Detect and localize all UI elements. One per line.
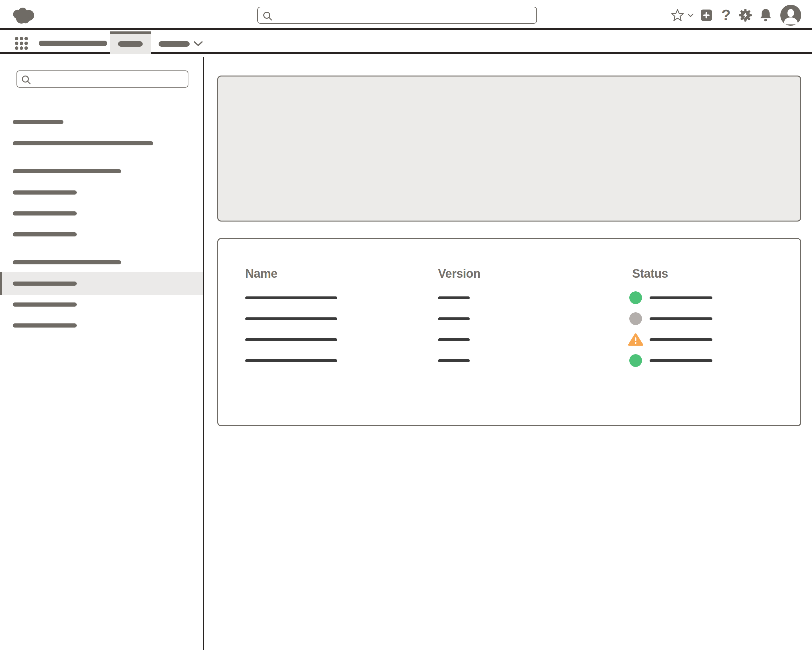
global-search bbox=[257, 7, 537, 24]
search-icon bbox=[262, 11, 273, 21]
favorites-menu-button[interactable] bbox=[685, 0, 696, 30]
sidebar-selected-accent bbox=[0, 272, 2, 295]
plus-square-icon bbox=[701, 9, 713, 21]
sidebar-item[interactable] bbox=[13, 281, 77, 286]
tab-selected[interactable] bbox=[110, 32, 151, 54]
app-header: ? bbox=[0, 0, 812, 30]
header-actions: ? bbox=[670, 0, 801, 30]
gear-icon bbox=[739, 9, 752, 22]
sidebar-group-header bbox=[13, 120, 63, 124]
tab-bar bbox=[0, 32, 812, 54]
success-status-icon bbox=[629, 354, 642, 367]
app-launcher-button[interactable] bbox=[15, 37, 28, 50]
waffle-icon bbox=[24, 37, 28, 40]
tab-active-accent bbox=[110, 31, 151, 34]
sidebar-item[interactable] bbox=[13, 211, 77, 216]
cloud-logo-icon bbox=[11, 3, 37, 25]
chevron-down-icon bbox=[194, 41, 203, 47]
waffle-icon bbox=[20, 37, 23, 40]
sidebar-item[interactable] bbox=[13, 190, 77, 194]
setup-sidebar bbox=[0, 57, 204, 650]
warning-icon bbox=[628, 333, 643, 347]
table-row[interactable] bbox=[218, 329, 800, 350]
redacted-text-bar bbox=[650, 359, 713, 362]
waffle-icon bbox=[15, 41, 18, 45]
sidebar-item[interactable] bbox=[13, 303, 77, 307]
sidebar-group-header bbox=[13, 260, 121, 265]
packages-table-card: Name Version Status bbox=[217, 238, 801, 426]
sidebar-item[interactable] bbox=[13, 323, 77, 327]
setup-button[interactable] bbox=[735, 0, 756, 30]
redacted-text-bar bbox=[245, 297, 337, 299]
redacted-text-bar bbox=[245, 359, 337, 362]
question-icon: ? bbox=[721, 8, 731, 23]
app-name-placeholder bbox=[39, 41, 107, 46]
tab-label-placeholder bbox=[118, 41, 143, 47]
waffle-icon bbox=[24, 41, 28, 45]
neutral-status-icon bbox=[629, 312, 642, 325]
table-row[interactable] bbox=[218, 308, 800, 329]
waffle-icon bbox=[20, 46, 23, 50]
redacted-text-bar bbox=[438, 359, 470, 362]
redacted-text-bar bbox=[438, 317, 470, 320]
waffle-icon bbox=[20, 41, 23, 45]
avatar-icon bbox=[780, 5, 801, 26]
profile-button[interactable] bbox=[776, 0, 801, 30]
waffle-icon bbox=[15, 37, 18, 40]
redacted-text-bar bbox=[650, 297, 713, 299]
table-rows bbox=[218, 239, 800, 425]
redacted-text-bar bbox=[245, 317, 337, 320]
help-button[interactable]: ? bbox=[717, 0, 735, 30]
chevron-down-icon bbox=[687, 13, 694, 17]
page-header-placeholder bbox=[217, 75, 801, 222]
tab-label-placeholder bbox=[159, 41, 190, 47]
notifications-button[interactable] bbox=[756, 0, 776, 30]
table-row[interactable] bbox=[218, 287, 800, 308]
redacted-text-bar bbox=[438, 338, 470, 341]
star-icon bbox=[671, 9, 684, 22]
redacted-text-bar bbox=[650, 338, 713, 341]
global-search-input[interactable] bbox=[276, 7, 533, 23]
bell-icon bbox=[759, 8, 772, 22]
table-row[interactable] bbox=[218, 350, 800, 371]
tab-with-dropdown[interactable] bbox=[159, 32, 212, 54]
sidebar-item[interactable] bbox=[13, 232, 77, 237]
waffle-icon bbox=[24, 46, 28, 50]
main-content: Name Version Status bbox=[206, 57, 812, 650]
sidebar-nav bbox=[0, 57, 203, 650]
redacted-text-bar bbox=[438, 297, 470, 299]
waffle-icon bbox=[15, 46, 18, 50]
quick-add-button[interactable] bbox=[696, 0, 717, 30]
success-status-icon bbox=[629, 291, 642, 304]
sidebar-group-header bbox=[13, 169, 121, 173]
favorites-button[interactable] bbox=[670, 0, 685, 30]
redacted-text-bar bbox=[245, 338, 337, 341]
redacted-text-bar bbox=[650, 317, 713, 320]
sidebar-item[interactable] bbox=[13, 141, 153, 145]
